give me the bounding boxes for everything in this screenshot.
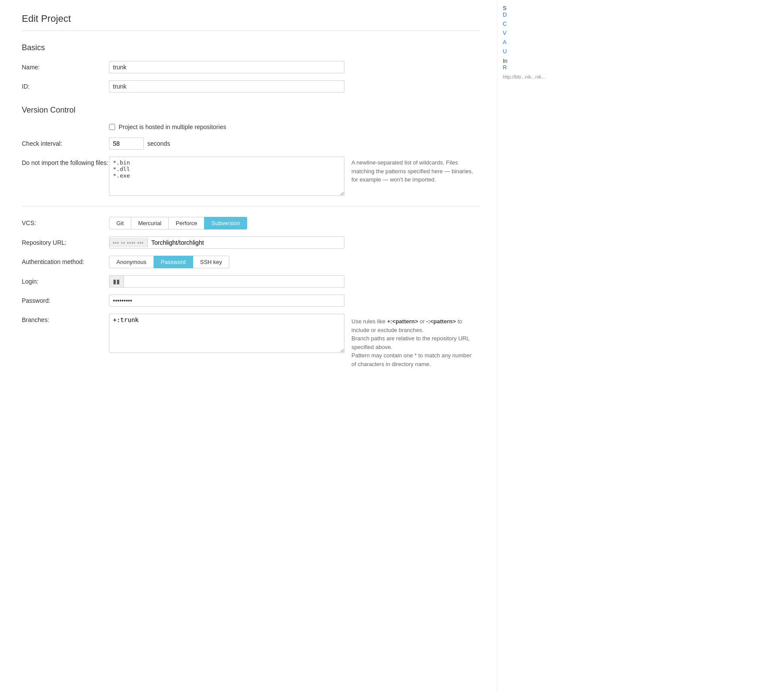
right-panel: S D C V A U In R http://blo...nik...nik.… — [497, 0, 576, 692]
name-row: Name: — [22, 61, 480, 73]
vcs-control: Git Mercurial Perforce Subversion — [109, 217, 344, 230]
vcs-label: VCS: — [22, 217, 109, 226]
auth-anonymous-button[interactable]: Anonymous — [109, 256, 154, 268]
repo-url-input[interactable] — [148, 237, 344, 248]
auth-method-control: Anonymous Password SSH key — [109, 256, 344, 268]
section-divider — [22, 206, 480, 206]
id-control-wrap — [109, 80, 344, 92]
name-label: Name: — [22, 61, 109, 71]
auth-btn-group: Anonymous Password SSH key — [109, 256, 344, 268]
vcs-perforce-button[interactable]: Perforce — [168, 217, 205, 230]
branches-label: Branches: — [22, 314, 109, 323]
right-panel-in-label: In — [503, 58, 508, 64]
repo-url-label: Repository URL: — [22, 236, 109, 246]
multi-repo-checkbox[interactable] — [109, 124, 115, 130]
right-panel-link-v[interactable]: V — [503, 30, 570, 36]
password-input[interactable] — [109, 295, 344, 307]
basics-section: Basics Name: ID: — [22, 43, 480, 92]
auth-sshkey-button[interactable]: SSH key — [193, 256, 230, 268]
login-prefix-icon: ▮▮ — [109, 276, 124, 287]
repo-url-wrap: ▪▪▪ ▪▪ ▪▪▪▪ ▪▪▪ — [109, 236, 344, 249]
version-control-title: Version Control — [22, 106, 480, 115]
login-control: ▮▮ — [109, 275, 344, 288]
check-interval-label: Check interval: — [22, 137, 109, 147]
vcs-btn-group: Git Mercurial Perforce Subversion — [109, 217, 344, 230]
vcs-subversion-button[interactable]: Subversion — [204, 217, 247, 230]
main-content: Edit Project Basics Name: ID: Version Co… — [0, 0, 497, 692]
exclude-files-hint: A newline-separated list of wildcards. F… — [351, 157, 474, 184]
right-panel-link-u[interactable]: U — [503, 48, 570, 55]
exclude-files-textarea[interactable]: *.bin *.dll *.exe — [109, 157, 344, 196]
auth-method-label: Authentication method: — [22, 256, 109, 265]
exclude-files-row: Do not import the following files: *.bin… — [22, 157, 480, 197]
exclude-files-control: *.bin *.dll *.exe — [109, 157, 344, 197]
id-row: ID: — [22, 80, 480, 92]
login-label: Login: — [22, 275, 109, 285]
name-control-wrap — [109, 61, 344, 73]
login-input-wrap: ▮▮ — [109, 275, 344, 288]
right-panel-s-label: S — [503, 5, 507, 11]
password-row: Password: — [22, 295, 480, 307]
auth-method-row: Authentication method: Anonymous Passwor… — [22, 256, 480, 268]
repo-url-control: ▪▪▪ ▪▪ ▪▪▪▪ ▪▪▪ — [109, 236, 344, 249]
repo-url-prefix: ▪▪▪ ▪▪ ▪▪▪▪ ▪▪▪ — [109, 238, 148, 247]
vcs-row: VCS: Git Mercurial Perforce Subversion — [22, 217, 480, 230]
vcs-git-button[interactable]: Git — [109, 217, 131, 230]
page-title: Edit Project — [22, 13, 480, 31]
right-panel-link-a[interactable]: A — [503, 39, 570, 45]
right-panel-url: http://blo...nik...nik... — [503, 74, 570, 79]
password-control — [109, 295, 344, 307]
vcs-mercurial-button[interactable]: Mercurial — [131, 217, 169, 230]
version-control-section: Version Control Project is hosted in mul… — [22, 106, 480, 368]
right-panel-link-r[interactable]: R — [503, 64, 570, 71]
seconds-label: seconds — [147, 140, 170, 147]
branches-hint: Use rules like +:<pattern> or -:<pattern… — [351, 315, 474, 368]
multi-repo-row: Project is hosted in multiple repositori… — [109, 123, 480, 130]
branches-textarea[interactable]: +:trunk — [109, 314, 344, 353]
check-interval-row: Check interval: seconds — [22, 137, 480, 150]
password-label: Password: — [22, 295, 109, 304]
right-panel-link-c[interactable]: C — [503, 21, 570, 27]
check-interval-input[interactable] — [109, 137, 144, 150]
branches-control: +:trunk — [109, 314, 344, 354]
exclude-files-label: Do not import the following files: — [22, 157, 109, 166]
repo-url-row: Repository URL: ▪▪▪ ▪▪ ▪▪▪▪ ▪▪▪ — [22, 236, 480, 249]
branches-row: Branches: +:trunk Use rules like +:<patt… — [22, 314, 480, 368]
login-row: Login: ▮▮ — [22, 275, 480, 288]
basics-section-title: Basics — [22, 43, 480, 52]
multi-repo-label[interactable]: Project is hosted in multiple repositori… — [119, 123, 226, 130]
name-input[interactable] — [109, 61, 344, 73]
login-input[interactable] — [124, 276, 344, 287]
id-label: ID: — [22, 80, 109, 90]
id-input[interactable] — [109, 80, 344, 92]
right-panel-link-d[interactable]: D — [503, 11, 570, 18]
check-interval-control: seconds — [109, 137, 344, 150]
auth-password-button[interactable]: Password — [153, 256, 193, 268]
